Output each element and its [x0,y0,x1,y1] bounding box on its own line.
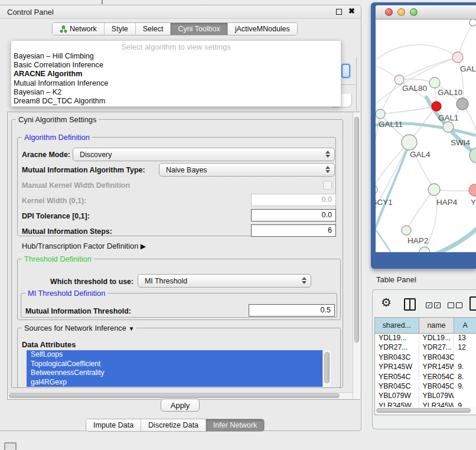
apply-button[interactable]: Apply [161,399,200,412]
mi-threshold-field[interactable]: 0.5 [249,304,335,317]
aracne-mode-select[interactable]: Discovery [73,148,335,161]
network-node-hap2[interactable] [402,226,411,235]
table-cell[interactable]: YDL19... [375,334,419,343]
table-row[interactable]: YBR043CYBR043C [375,353,476,363]
gear-icon[interactable]: ⚙ [381,295,392,309]
close-traffic-light[interactable] [385,8,393,16]
tab-jactivemnodules[interactable]: jActiveMNodules [228,23,297,35]
table-cell[interactable]: YBL079W [375,392,419,401]
table-cell[interactable]: YBL079W [419,392,455,401]
table-row[interactable]: YDL19...YDL19...13 [375,334,476,343]
close-icon[interactable]: ✖ [348,6,355,15]
network-node[interactable] [470,19,476,26]
attribute-item[interactable]: BetweennessCentrality [27,369,322,378]
hub-definition-toggle[interactable]: Hub/Transcription Factor Definition ▶ [22,242,146,250]
columns-icon[interactable] [404,298,416,311]
which-threshold-select[interactable]: MI Threshold [138,274,311,288]
algorithm-option[interactable]: ARACNE Algorithm [11,70,341,79]
table-cell[interactable]: YER054C [419,373,455,382]
network-node[interactable] [443,122,454,132]
mi-steps-field[interactable]: 6 [251,224,336,237]
table-row[interactable]: YER054CYER054C8. [375,373,476,382]
table-cell[interactable]: 9. [454,382,476,392]
hidden-combobox-stepper-fragment [341,64,350,78]
network-node-gal11[interactable] [376,109,385,119]
network-canvas[interactable]: GALGAL80GAL10GAL1GAL11GAL4SWI4GCY1HAP4YH… [376,19,476,252]
algorithm-select-popup: Select algorithm to view settings Bayesi… [11,40,341,107]
control-panel-tab-bar: NetworkStyleSelectCyni ToolboxjActiveMNo… [52,22,298,35]
docked-panel-icon[interactable] [4,442,17,450]
table-cell[interactable]: YPR145W [375,363,419,372]
bottom-tab-infer-network[interactable]: Infer Network [206,419,264,431]
column-header[interactable]: A [454,318,476,333]
algorithm-option[interactable]: Basic Correlation Inference [11,61,341,70]
sources-title[interactable]: Sources for Network Inference ▼ [22,324,136,332]
table-cell[interactable]: YPR145W [419,363,455,372]
network-node-gal80[interactable] [395,75,404,84]
table-cell[interactable]: YBR045C [375,382,419,392]
table-cell[interactable] [454,353,476,363]
tab-select[interactable]: Select [136,23,171,35]
maximize-traffic-light[interactable] [410,8,418,16]
tab-cyni-toolbox[interactable]: Cyni Toolbox [171,23,227,35]
table-cell[interactable] [454,392,476,401]
algorithm-option[interactable]: Dream8 DC_TDC Algorithm [11,97,341,106]
network-node[interactable] [457,98,468,110]
bottom-tab-impute-data[interactable]: Impute Data [86,419,141,431]
table-cell[interactable]: YBR043C [419,353,455,363]
attributes-scrollbar[interactable] [322,350,331,387]
table-row[interactable]: YDR27...YDR27...12 [375,343,476,353]
network-node-gal[interactable] [452,52,463,63]
scrollbar-thumb[interactable] [376,408,471,413]
tab-style[interactable]: Style [105,23,136,35]
table-cell[interactable]: 8. [454,373,476,382]
network-node-gcy1[interactable] [376,185,377,194]
table-cell[interactable]: 13 [454,334,476,343]
scrollbar-thumb[interactable] [9,393,340,398]
algorithm-option[interactable]: Mutual Information Inference [11,79,341,88]
node-label: HAP2 [407,236,428,245]
table-cell[interactable]: YDR27... [419,343,455,353]
table-horizontal-scrollbar[interactable] [375,407,476,414]
attribute-item[interactable]: TopologicalCoefficient [27,360,322,369]
column-header[interactable]: name [419,318,455,333]
unchecked-pair-icon[interactable] [448,302,462,308]
tab-network[interactable]: Network [53,23,105,35]
dpi-tolerance-field[interactable]: 0.0 [251,209,336,221]
network-node-gal1[interactable] [432,102,441,111]
algorithm-option[interactable]: Bayesian – K2 [11,88,341,97]
minimize-traffic-light[interactable] [397,8,405,16]
attribute-item[interactable]: gal4RGexp [27,378,322,387]
node-label: GAL11 [379,120,403,129]
network-node-gal10[interactable] [429,77,440,88]
network-node-y[interactable] [469,184,476,196]
mi-algorithm-type-select[interactable]: Naive Bayes [159,163,335,177]
bottom-tab-discretize-data[interactable]: Discretize Data [141,419,206,431]
document-icon[interactable] [470,296,476,311]
algorithm-option[interactable]: Bayesian – Hill Climbing [11,52,341,61]
table-cell[interactable]: YBR045C [419,382,455,392]
table-cell[interactable]: YDL19... [419,334,455,343]
attribute-item[interactable]: SelfLoops [27,350,322,360]
panel-vertical-scrollbar[interactable] [353,112,360,399]
tab-label: Cyni Toolbox [178,25,220,33]
table-row[interactable]: YBR045CYBR045C9. [375,382,476,392]
float-window-icon[interactable] [336,9,342,15]
network-node-gal4[interactable] [402,135,417,150]
table-cell[interactable]: 12 [454,343,476,353]
scrollbar-thumb[interactable] [324,352,330,383]
table-row[interactable]: YBL079WYBL079W [375,392,476,401]
table-cell[interactable]: YER054C [375,373,419,382]
control-panel-window: Control Panel ✖ NetworkStyleSelectCyni T… [0,5,361,431]
scrollbar-thumb[interactable] [354,117,359,343]
column-header[interactable]: shared... [375,318,419,333]
table-cell[interactable]: 9. [454,363,476,372]
table-cell[interactable]: YDR27... [375,343,419,353]
tab-label: jActiveMNodules [235,25,290,33]
table-row[interactable]: YPR145WYPR145W9. [375,363,476,372]
hub-definition-label: Hub/Transcription Factor Definition [22,242,138,250]
table-cell[interactable]: YBR043C [375,353,419,363]
checked-pair-icon[interactable]: ✓✓ [426,302,441,308]
network-node-hap4[interactable] [428,184,440,195]
algorithm-definition-title: Algorithm Definition [22,133,92,142]
